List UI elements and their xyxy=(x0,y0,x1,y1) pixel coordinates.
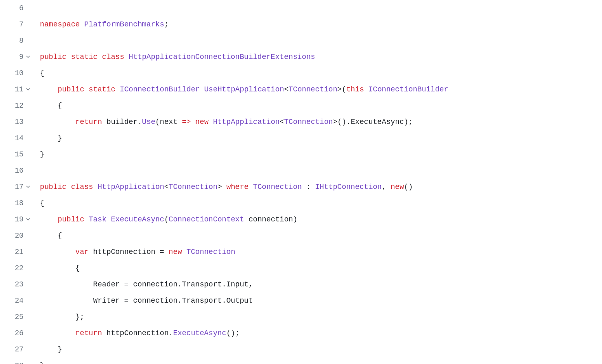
token: where xyxy=(226,183,249,191)
code-content[interactable] xyxy=(33,32,602,49)
code-content[interactable]: { xyxy=(33,195,602,211)
code-line: 26 return httpConnection.ExecuteAsync(); xyxy=(0,325,602,341)
line-number[interactable]: 22 xyxy=(0,260,33,276)
code-content[interactable]: } xyxy=(33,130,602,146)
code-line: 11 public static IConnectionBuilder UseH… xyxy=(0,81,602,98)
token xyxy=(177,118,182,126)
code-content[interactable]: public Task ExecuteAsync(ConnectionConte… xyxy=(33,211,602,228)
token: < xyxy=(279,118,284,126)
token xyxy=(182,248,186,256)
code-line: 17public class HttpApplication<TConnecti… xyxy=(0,179,602,195)
line-number[interactable]: 8 xyxy=(0,32,33,49)
token: } xyxy=(40,362,44,364)
line-number[interactable]: 10 xyxy=(0,65,33,81)
line-number[interactable]: 9 xyxy=(0,49,33,65)
code-content[interactable]: return builder.Use(next => new HttpAppli… xyxy=(33,114,602,130)
line-number[interactable]: 23 xyxy=(0,276,33,292)
fold-toggle-icon[interactable] xyxy=(25,87,31,92)
token xyxy=(84,85,89,93)
line-number[interactable]: 15 xyxy=(0,146,33,162)
code-line: 24 Writer = connection.Transport.Output xyxy=(0,292,602,309)
token: TConnection xyxy=(169,183,218,191)
token: (); xyxy=(226,329,240,337)
code-content[interactable]: public static IConnectionBuilder UseHttp… xyxy=(33,81,602,98)
code-content[interactable]: { xyxy=(33,260,602,276)
code-line: 6 xyxy=(0,0,602,16)
line-number[interactable]: 27 xyxy=(0,341,33,358)
line-number[interactable]: 17 xyxy=(0,179,33,195)
token xyxy=(40,329,75,337)
code-content[interactable]: } xyxy=(33,341,602,358)
code-line: 22 { xyxy=(0,260,602,276)
token xyxy=(200,85,204,93)
code-line: 19 public Task ExecuteAsync(ConnectionCo… xyxy=(0,211,602,228)
code-content[interactable]: Writer = connection.Transport.Output xyxy=(33,292,602,309)
code-content[interactable]: Reader = connection.Transport.Input, xyxy=(33,276,602,292)
token: < xyxy=(164,183,169,191)
code-content[interactable]: public class HttpApplication<TConnection… xyxy=(33,179,602,195)
token: { xyxy=(40,199,44,207)
token: = xyxy=(155,248,169,256)
line-number[interactable]: 16 xyxy=(0,162,33,179)
code-content[interactable]: { xyxy=(33,65,602,81)
token xyxy=(40,248,75,256)
code-content[interactable]: }; xyxy=(33,309,602,325)
line-number[interactable]: 7 xyxy=(0,16,33,32)
line-number[interactable]: 18 xyxy=(0,195,33,211)
line-number[interactable]: 25 xyxy=(0,309,33,325)
token: IConnectionBuilder xyxy=(120,85,200,93)
token: Use xyxy=(142,118,155,126)
token: UseHttpApplication xyxy=(204,85,284,93)
token: this xyxy=(346,85,364,93)
token: => xyxy=(182,118,191,126)
token: HttpApplicationConnectionBuilderExtensio… xyxy=(129,53,315,61)
line-number[interactable]: 12 xyxy=(0,98,33,114)
code-content[interactable] xyxy=(33,0,602,16)
fold-toggle-icon[interactable] xyxy=(25,184,31,190)
token xyxy=(40,118,75,126)
token: return xyxy=(75,118,102,126)
code-content[interactable]: return httpConnection.ExecuteAsync(); xyxy=(33,325,602,341)
token: connection xyxy=(249,215,293,223)
line-number[interactable]: 21 xyxy=(0,244,33,260)
token: { xyxy=(40,102,62,110)
line-number[interactable]: 14 xyxy=(0,130,33,146)
fold-toggle-icon[interactable] xyxy=(25,54,31,60)
token: { xyxy=(40,264,80,272)
token: public xyxy=(58,85,85,93)
token: } xyxy=(40,150,44,158)
token: }; xyxy=(40,313,84,321)
code-line: 18{ xyxy=(0,195,602,211)
code-content[interactable]: namespace PlatformBenchmarks; xyxy=(33,16,602,32)
token: } xyxy=(40,345,62,353)
line-number[interactable]: 6 xyxy=(0,0,33,16)
code-content[interactable]: var httpConnection = new TConnection xyxy=(33,244,602,260)
token xyxy=(98,53,102,61)
code-content[interactable]: { xyxy=(33,228,602,244)
token: TConnection xyxy=(186,248,235,256)
token: Reader = connection.Transport.Input, xyxy=(40,280,253,288)
code-line: 28} xyxy=(0,358,602,364)
token xyxy=(124,53,129,61)
code-content[interactable]: { xyxy=(33,98,602,114)
code-content[interactable]: } xyxy=(33,146,602,162)
token xyxy=(244,215,249,223)
token: Writer = connection.Transport.Output xyxy=(40,297,253,305)
code-content[interactable] xyxy=(33,162,602,179)
code-content[interactable]: } xyxy=(33,358,602,364)
line-number[interactable]: 26 xyxy=(0,325,33,341)
code-content[interactable]: public static class HttpApplicationConne… xyxy=(33,49,602,65)
line-number[interactable]: 11 xyxy=(0,81,33,98)
token: } xyxy=(40,134,62,142)
token: var xyxy=(75,248,89,256)
line-number[interactable]: 13 xyxy=(0,114,33,130)
line-number[interactable]: 28 xyxy=(0,358,33,364)
token: { xyxy=(40,232,62,240)
line-number[interactable]: 20 xyxy=(0,228,33,244)
line-number[interactable]: 24 xyxy=(0,292,33,309)
token: ExecuteAsync xyxy=(111,215,164,223)
fold-toggle-icon[interactable] xyxy=(25,217,31,222)
code-line: 20 { xyxy=(0,228,602,244)
line-number[interactable]: 19 xyxy=(0,211,33,228)
token xyxy=(191,118,195,126)
